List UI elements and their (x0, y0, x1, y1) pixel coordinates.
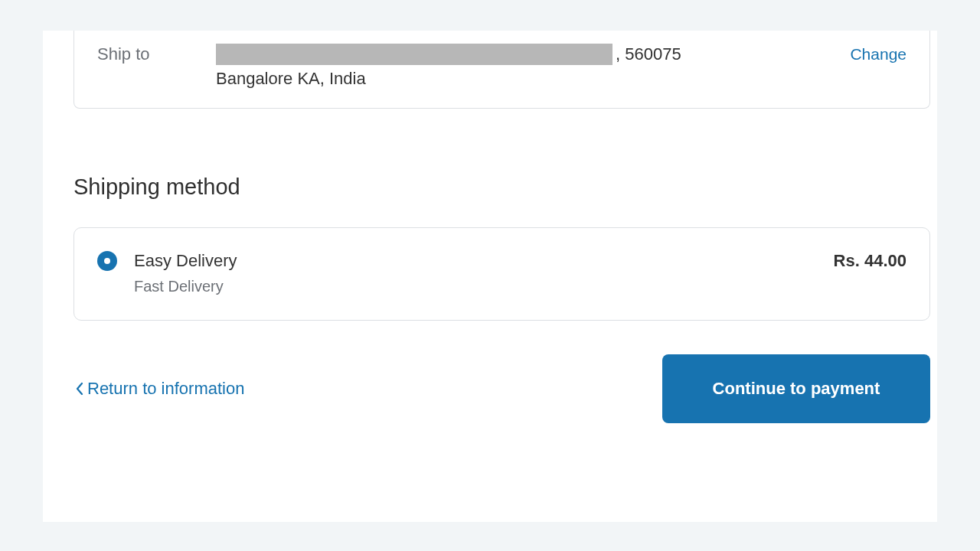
chevron-left-icon (74, 380, 86, 398)
return-to-information-link[interactable]: Return to information (74, 377, 244, 400)
shipping-option[interactable]: Easy Delivery Fast Delivery Rs. 44.00 (74, 228, 929, 320)
shipping-method-box: Easy Delivery Fast Delivery Rs. 44.00 (74, 227, 930, 321)
shipping-option-title: Easy Delivery (134, 249, 817, 272)
redacted-address (216, 44, 612, 65)
return-to-information-label: Return to information (87, 377, 244, 400)
actions-row: Return to information Continue to paymen… (74, 354, 930, 423)
shipping-option-subtitle: Fast Delivery (134, 276, 817, 297)
change-ship-to-link[interactable]: Change (850, 42, 906, 67)
summary-box: Ship to , 560075 Bangalore KA, India Cha… (74, 31, 930, 109)
ship-to-label: Ship to (97, 42, 193, 67)
ship-to-line2: Bangalore KA, India (216, 67, 827, 91)
continue-to-payment-button[interactable]: Continue to payment (662, 354, 930, 423)
radio-selected-icon (97, 251, 117, 271)
shipping-method-heading: Shipping method (74, 174, 937, 200)
ship-to-pin: , 560075 (616, 42, 681, 67)
shipping-option-price: Rs. 44.00 (834, 249, 906, 272)
ship-to-row: Ship to , 560075 Bangalore KA, India Cha… (74, 31, 929, 108)
ship-to-value: , 560075 Bangalore KA, India (216, 42, 827, 91)
